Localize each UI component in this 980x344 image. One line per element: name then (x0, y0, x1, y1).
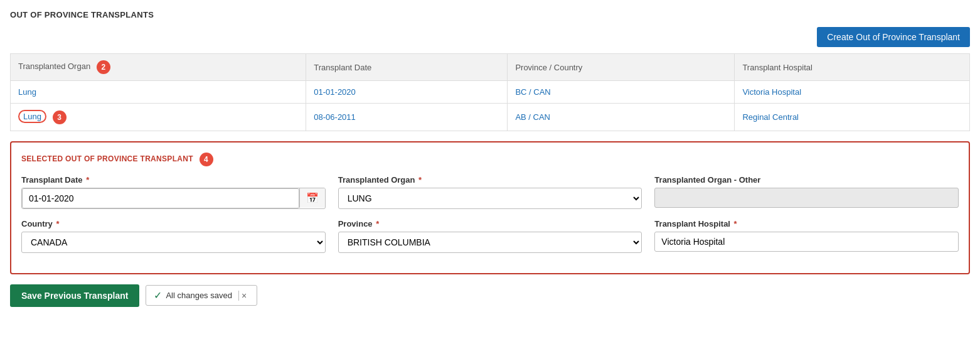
col-province-label: Province / Country (515, 63, 582, 72)
col-header-organ: Transplanted Organ 2 (11, 54, 306, 81)
organ-link-row1[interactable]: Lung (18, 87, 36, 97)
form-row-1: Transplant Date * 📅 Transplanted Organ *… (21, 175, 959, 209)
form-row-2: Country * CANADA USA OTHER Province * BR… (21, 219, 959, 253)
transplant-date-input[interactable] (22, 188, 299, 208)
transplanted-organ-label: Transplanted Organ * (338, 175, 642, 185)
transplanted-organ-other-group: Transplanted Organ - Other (654, 175, 959, 209)
transplanted-organ-select[interactable]: LUNG KIDNEY HEART LIVER OTHER (338, 188, 642, 209)
selected-badge: 4 (200, 153, 213, 166)
province-select[interactable]: BRITISH COLUMBIA ALBERTA ONTARIO QUEBEC (338, 232, 642, 253)
footer-bar: Save Previous Transplant ✓ All changes s… (10, 284, 970, 307)
date-value-row1: 01-01-2020 (314, 87, 356, 97)
organ-badge: 2 (97, 60, 110, 74)
create-transplant-button[interactable]: Create Out of Province Transplant (817, 27, 970, 47)
check-icon: ✓ (154, 289, 162, 301)
transplant-date-label: Transplant Date * (21, 175, 326, 185)
table-header-row: Transplanted Organ 2 Transplant Date Pro… (11, 54, 970, 81)
save-previous-transplant-button[interactable]: Save Previous Transplant (10, 284, 139, 307)
date-cell: 01-01-2020 (306, 81, 508, 104)
transplant-date-group: Transplant Date * 📅 (21, 175, 326, 209)
transplanted-organ-other-label: Transplanted Organ - Other (654, 175, 959, 185)
country-group: Country * CANADA USA OTHER (21, 219, 326, 253)
row-badge: 3 (53, 110, 67, 124)
col-organ-label: Transplanted Organ (18, 62, 90, 71)
province-value-row1: BC / CAN (515, 87, 550, 97)
date-value-row2: 08-06-2011 (314, 112, 356, 122)
transplant-hospital-input[interactable] (654, 232, 959, 252)
transplant-date-input-wrapper: 📅 (21, 188, 326, 209)
required-star-4: * (376, 219, 379, 228)
country-select[interactable]: CANADA USA OTHER (21, 232, 326, 253)
table-row: Lung 01-01-2020 BC / CAN Victoria Hospit… (11, 81, 970, 104)
country-label: Country * (21, 219, 326, 228)
hospital-cell-2: Reginal Central (735, 104, 970, 131)
province-value-row2: AB / CAN (515, 112, 550, 122)
transplanted-organ-other-input[interactable] (654, 188, 959, 208)
province-cell: BC / CAN (508, 81, 735, 104)
saved-text: All changes saved (166, 291, 232, 300)
transplanted-organ-group: Transplanted Organ * LUNG KIDNEY HEART L… (338, 175, 642, 209)
province-group: Province * BRITISH COLUMBIA ALBERTA ONTA… (338, 219, 642, 253)
transplant-hospital-label: Transplant Hospital * (654, 219, 959, 228)
organ-cell: Lung (11, 81, 306, 104)
col-date-label: Transplant Date (314, 63, 371, 72)
main-page: OUT OF PROVINCE TRANSPLANTS Create Out o… (0, 0, 980, 317)
organ-cell-2: Lung 3 (11, 104, 306, 131)
hospital-value-row1: Victoria Hospital (742, 87, 801, 97)
hospital-value-row2: Reginal Central (742, 112, 799, 122)
required-star-5: * (734, 219, 737, 228)
required-star-3: * (56, 219, 59, 228)
hospital-cell: Victoria Hospital (735, 81, 970, 104)
col-hospital-label: Transplant Hospital (742, 63, 812, 72)
close-saved-button[interactable]: × (238, 291, 249, 301)
organ-link-row2[interactable]: Lung (18, 110, 46, 123)
selected-section-title: SELECTED OUT OF PROVINCE TRANSPLANT 4 (21, 153, 959, 166)
saved-status-badge: ✓ All changes saved × (146, 285, 257, 306)
required-star: * (86, 175, 89, 185)
province-label: Province * (338, 219, 642, 228)
province-cell-2: AB / CAN (508, 104, 735, 131)
col-header-province: Province / Country (508, 54, 735, 81)
transplants-table: Transplanted Organ 2 Transplant Date Pro… (10, 53, 970, 131)
table-row: Lung 3 08-06-2011 AB / CAN Reginal Centr… (11, 104, 970, 131)
transplant-hospital-group: Transplant Hospital * (654, 219, 959, 253)
required-star-2: * (418, 175, 422, 185)
calendar-icon[interactable]: 📅 (299, 188, 325, 208)
col-header-date: Transplant Date (306, 54, 508, 81)
date-cell-2: 08-06-2011 (306, 104, 508, 131)
section-title: OUT OF PROVINCE TRANSPLANTS (10, 10, 970, 19)
header-row: Create Out of Province Transplant (10, 27, 970, 47)
selected-transplant-section: SELECTED OUT OF PROVINCE TRANSPLANT 4 Tr… (10, 141, 970, 274)
col-header-hospital: Transplant Hospital (735, 54, 970, 81)
